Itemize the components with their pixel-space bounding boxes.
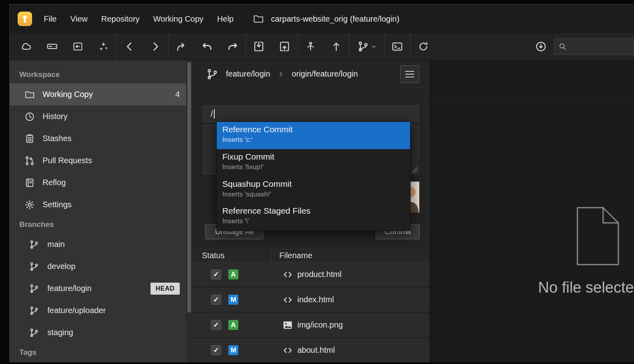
shelve-button[interactable] <box>298 33 323 60</box>
branch-breadcrumb: feature/login origin/feature/login <box>192 60 430 88</box>
local-branch-name[interactable]: feature/login <box>226 69 270 79</box>
push-button[interactable] <box>272 33 297 60</box>
table-row[interactable]: ✓ A img/icon.png <box>192 313 430 337</box>
branch-button[interactable] <box>350 33 384 60</box>
sidebar-item-reflog[interactable]: Reflog <box>10 172 186 194</box>
sidebar-item-label: Pull Requests <box>43 156 92 165</box>
new-tab-button[interactable] <box>65 33 91 60</box>
status-badge: M <box>228 345 238 355</box>
git-branch-icon <box>29 261 40 272</box>
sidebar-item-settings[interactable]: Settings <box>10 194 186 216</box>
chevron-down-icon <box>371 44 377 50</box>
status-badge: M <box>228 295 238 305</box>
pending-count-badge: 4 <box>175 90 180 99</box>
wand-button[interactable] <box>91 33 116 60</box>
undo-button[interactable] <box>194 33 220 60</box>
git-branch-icon <box>29 239 40 250</box>
table-row[interactable]: ✓ A product.html <box>192 262 430 287</box>
autocomplete-title: Reference Commit <box>222 125 404 134</box>
git-branch-icon <box>29 305 40 316</box>
column-status: Status <box>192 251 271 260</box>
branch-item-main[interactable]: main <box>10 233 186 255</box>
clipboard-icon <box>24 133 35 144</box>
app-window: File View Repository Working Copy Help c… <box>9 4 634 362</box>
forward-button[interactable] <box>142 33 168 60</box>
autocomplete-item-reference-commit[interactable]: Reference Commit Inserts 'c:' <box>217 122 410 149</box>
table-row[interactable]: ✓ M about.html <box>192 338 430 362</box>
refresh-button[interactable] <box>410 33 436 60</box>
back-button[interactable] <box>117 33 142 60</box>
sidebar-item-label: Working Copy <box>43 90 93 99</box>
terminal-button[interactable] <box>384 33 410 60</box>
cloud-button[interactable] <box>14 33 39 60</box>
autocomplete-item-reference-staged-files[interactable]: Reference Staged Files Inserts '\' <box>217 203 410 231</box>
branch-label: feature/login <box>47 284 91 293</box>
pull-icon <box>253 40 265 53</box>
menu-view[interactable]: View <box>63 10 94 28</box>
branch-item-develop[interactable]: develop <box>10 255 186 277</box>
download-button[interactable] <box>528 33 554 60</box>
remote-branch-name[interactable]: origin/feature/login <box>292 69 358 79</box>
gear-icon <box>24 199 35 210</box>
sidebar-item-stashes[interactable]: Stashes <box>10 127 186 150</box>
journal-icon <box>24 177 35 188</box>
history-clock-icon <box>24 111 35 122</box>
staging-pane: feature/login origin/feature/login / <box>192 60 430 362</box>
menu-file[interactable]: File <box>37 10 63 28</box>
sidebar-item-label: Stashes <box>43 134 71 143</box>
status-badge: A <box>228 320 238 330</box>
checkout-button[interactable] <box>169 33 194 60</box>
code-file-icon <box>282 345 293 356</box>
commit-options-button[interactable] <box>400 65 419 83</box>
status-badge: A <box>228 269 238 279</box>
stage-checkbox[interactable]: ✓ <box>211 269 221 279</box>
branch-item-staging[interactable]: staging <box>10 322 186 344</box>
folder-icon <box>24 89 35 100</box>
refresh-icon <box>418 41 429 52</box>
push-icon <box>278 40 291 53</box>
menu-help[interactable]: Help <box>210 10 240 28</box>
chevron-left-icon <box>124 40 136 53</box>
sidebar-item-pull-requests[interactable]: Pull Requests <box>10 150 186 172</box>
head-badge: HEAD <box>150 283 180 295</box>
stage-checkbox[interactable]: ✓ <box>211 295 221 305</box>
redo-button[interactable] <box>220 33 246 60</box>
stage-checkbox[interactable]: ✓ <box>211 345 221 355</box>
scrollbar-thumb[interactable] <box>187 62 191 313</box>
branch-out-icon <box>175 40 187 53</box>
sidebar-item-label: Settings <box>43 200 71 209</box>
sparkles-icon <box>98 41 109 52</box>
branch-label: main <box>47 240 65 249</box>
tags-section-label: Tags <box>10 344 186 361</box>
git-branch-icon <box>206 68 219 81</box>
stage-checkbox[interactable]: ✓ <box>211 320 221 330</box>
new-tab-icon <box>72 41 83 52</box>
person-up-icon <box>305 41 316 52</box>
browse-button[interactable] <box>39 33 65 60</box>
sidebar-item-history[interactable]: History <box>10 105 186 127</box>
move-up-button[interactable] <box>323 33 349 60</box>
commit-summary-input[interactable]: / <box>203 105 419 122</box>
autocomplete-item-fixup-commit[interactable]: Fixup Commit Inserts 'fixup!' <box>217 149 410 176</box>
pull-button[interactable] <box>246 33 272 60</box>
sidebar-item-label: History <box>43 112 67 121</box>
branch-item-feature-login[interactable]: feature/login HEAD <box>10 277 186 299</box>
menu-repository[interactable]: Repository <box>94 10 146 28</box>
chevron-right-icon <box>277 71 284 78</box>
branch-item-feature-uploader[interactable]: feature/uploader <box>10 299 186 322</box>
sidebar-item-working-copy[interactable]: Working Copy 4 <box>10 83 186 105</box>
branch-label: feature/uploader <box>47 306 106 315</box>
resize-grip-icon[interactable] <box>412 167 417 173</box>
commit-autocomplete-dropdown: Reference Commit Inserts 'c:' Fixup Comm… <box>216 121 410 231</box>
autocomplete-item-squashup-commit[interactable]: Squashup Commit Inserts 'squash!' <box>217 176 410 204</box>
file-table: ✓ A product.html ✓ M index.html ✓ A img/… <box>192 262 430 362</box>
code-file-icon <box>282 294 293 305</box>
sidebar-scrollbar[interactable] <box>186 60 192 362</box>
filename: index.html <box>297 295 334 304</box>
git-branch-icon <box>29 283 40 294</box>
table-row[interactable]: ✓ M index.html <box>192 287 430 312</box>
menu-working-copy[interactable]: Working Copy <box>146 10 210 28</box>
search-input[interactable] <box>570 42 626 51</box>
autocomplete-subtitle: Inserts 'squash!' <box>222 190 404 198</box>
sidebar: Workspace Working Copy 4 History Stashes… <box>10 60 186 362</box>
